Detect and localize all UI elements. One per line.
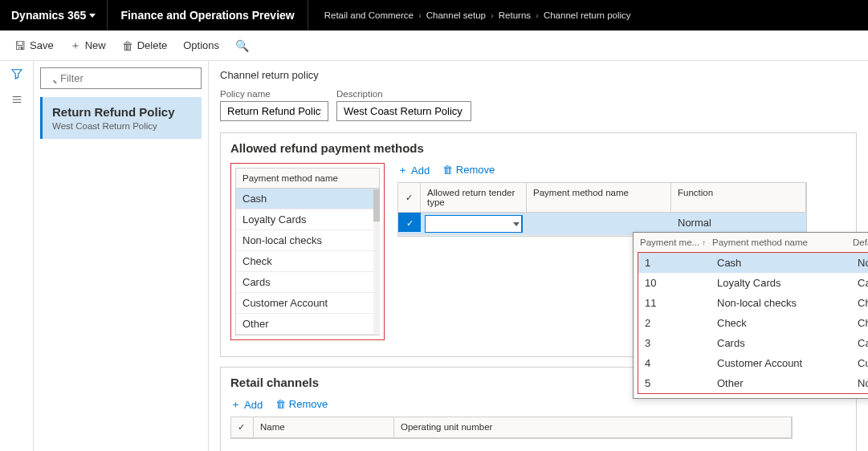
tender-grid: Allowed return tender type Payment metho… bbox=[397, 182, 807, 237]
list-item[interactable]: Cash bbox=[236, 189, 379, 209]
chevron-right-icon: › bbox=[491, 10, 494, 20]
row-checkbox[interactable] bbox=[398, 213, 421, 232]
header-form: Policy name Description bbox=[220, 89, 857, 121]
brand-menu[interactable]: Dynamics 365 bbox=[0, 0, 108, 30]
filter-rail-button[interactable] bbox=[0, 61, 33, 87]
description-input[interactable] bbox=[336, 101, 471, 121]
lookup-row[interactable]: 2CheckCheck bbox=[638, 313, 868, 333]
retail-grid: Name Operating unit number bbox=[230, 416, 793, 439]
remove-label: Remove bbox=[456, 164, 495, 176]
filter-wrap bbox=[40, 67, 202, 89]
select-all-checkbox[interactable] bbox=[398, 183, 421, 212]
lookup-row[interactable]: 3CardsCard bbox=[638, 333, 868, 353]
lookup-header: Payment me... Payment method name Defaul… bbox=[634, 233, 868, 252]
page-title: Channel return policy bbox=[220, 69, 857, 81]
col-header-name[interactable]: Name bbox=[254, 417, 394, 437]
list-item[interactable]: Other bbox=[236, 314, 379, 335]
col-header-pmn[interactable]: Payment method name bbox=[527, 183, 671, 212]
tender-actions: ＋Add 🗑Remove bbox=[397, 163, 846, 177]
funnel-icon bbox=[11, 68, 22, 79]
policy-name-field: Policy name bbox=[220, 89, 328, 121]
save-label: Save bbox=[30, 39, 54, 51]
add-label: Add bbox=[411, 165, 430, 177]
list-item[interactable]: Non-local checks bbox=[236, 230, 379, 251]
app-title: Finance and Operations Preview bbox=[108, 0, 308, 30]
list-rail-button[interactable] bbox=[0, 87, 33, 112]
tender-lookup-popup: Payment me... Payment method name Defaul… bbox=[633, 232, 868, 399]
filter-input[interactable] bbox=[40, 67, 202, 89]
scrollbar[interactable] bbox=[373, 189, 380, 335]
trash-icon: 🗑 bbox=[442, 164, 453, 176]
tender-cell bbox=[421, 213, 527, 235]
breadcrumb-item[interactable]: Returns bbox=[499, 10, 531, 20]
delete-button[interactable]: 🗑 Delete bbox=[116, 36, 174, 55]
chevron-down-icon bbox=[89, 14, 96, 18]
trash-icon: 🗑 bbox=[122, 39, 133, 52]
chevron-down-icon bbox=[513, 222, 520, 226]
allowed-refund-title: Allowed refund payment methods bbox=[230, 141, 846, 155]
save-button[interactable]: 🖫 Save bbox=[8, 36, 60, 55]
check-icon bbox=[405, 193, 413, 203]
plus-icon: ＋ bbox=[70, 39, 81, 53]
payment-method-list-box: Payment method name Cash Loyalty Cards N… bbox=[230, 163, 385, 340]
retail-actions: ＋Add 🗑Remove bbox=[230, 397, 846, 412]
lookup-col-fn[interactable]: Default function bbox=[853, 238, 868, 247]
lookup-row[interactable]: 10Loyalty CardsCard bbox=[638, 273, 868, 293]
list-item[interactable]: Loyalty Cards bbox=[236, 209, 379, 230]
breadcrumb-item[interactable]: Retail and Commerce bbox=[324, 10, 414, 20]
scrollbar-thumb[interactable] bbox=[373, 189, 380, 221]
record-card[interactable]: Return Refund Policy West Coast Return P… bbox=[40, 97, 202, 139]
lookup-row[interactable]: 5OtherNormal bbox=[638, 373, 868, 393]
action-toolbar: 🖫 Save ＋ New 🗑 Delete Options 🔍 bbox=[0, 30, 868, 61]
options-label: Options bbox=[183, 39, 219, 51]
breadcrumb-item[interactable]: Channel return policy bbox=[544, 10, 631, 20]
new-button[interactable]: ＋ New bbox=[63, 35, 112, 56]
add-label: Add bbox=[244, 399, 263, 411]
new-label: New bbox=[85, 39, 106, 51]
add-channel-button[interactable]: ＋Add bbox=[230, 397, 263, 412]
list-item[interactable]: Cards bbox=[236, 272, 379, 293]
lookup-row[interactable]: 4Customer AccountCustomer bbox=[638, 353, 868, 373]
list-item[interactable]: Check bbox=[236, 251, 379, 272]
brand-label: Dynamics 365 bbox=[11, 9, 86, 22]
record-sidebar: Return Refund Policy West Coast Return P… bbox=[34, 61, 209, 451]
check-icon bbox=[406, 217, 414, 229]
search-button[interactable]: 🔍 bbox=[229, 36, 255, 55]
payment-method-list: Payment method name Cash Loyalty Cards N… bbox=[235, 168, 380, 335]
trash-icon: 🗑 bbox=[275, 398, 286, 410]
lookup-row[interactable]: 1CashNormal bbox=[638, 253, 868, 273]
breadcrumb-item[interactable]: Channel setup bbox=[426, 10, 486, 20]
description-label: Description bbox=[336, 89, 471, 99]
list-item[interactable]: Customer Account bbox=[236, 293, 379, 314]
main-area: Return Refund Policy West Coast Return P… bbox=[0, 61, 868, 451]
options-button[interactable]: Options bbox=[177, 36, 226, 55]
delete-label: Delete bbox=[137, 39, 168, 51]
description-field: Description bbox=[336, 89, 471, 121]
plus-icon: ＋ bbox=[230, 397, 241, 412]
record-card-title: Return Refund Policy bbox=[52, 105, 192, 119]
select-all-checkbox[interactable] bbox=[231, 417, 254, 437]
remove-channel-button[interactable]: 🗑Remove bbox=[275, 398, 328, 410]
policy-name-input[interactable] bbox=[220, 101, 328, 121]
lookup-col-name[interactable]: Payment method name bbox=[712, 238, 853, 247]
record-card-subtitle: West Coast Return Policy bbox=[52, 121, 192, 131]
policy-name-label: Policy name bbox=[220, 89, 328, 99]
list-icon bbox=[11, 94, 22, 105]
retail-grid-header: Name Operating unit number bbox=[231, 417, 792, 438]
remove-tender-button[interactable]: 🗑Remove bbox=[442, 164, 495, 176]
lookup-row[interactable]: 11Non-local checksCheck bbox=[638, 293, 868, 313]
left-rail bbox=[0, 61, 34, 451]
lookup-col-num[interactable]: Payment me... bbox=[640, 238, 712, 247]
add-tender-button[interactable]: ＋Add bbox=[397, 163, 430, 177]
check-icon bbox=[238, 422, 245, 432]
chevron-right-icon: › bbox=[418, 10, 422, 20]
tender-dropdown[interactable] bbox=[425, 215, 523, 233]
chevron-right-icon: › bbox=[536, 10, 539, 20]
save-icon: 🖫 bbox=[14, 39, 26, 52]
plus-icon: ＋ bbox=[397, 163, 408, 177]
search-icon: 🔍 bbox=[235, 39, 249, 52]
payment-method-header[interactable]: Payment method name bbox=[236, 169, 379, 189]
col-header-op[interactable]: Operating unit number bbox=[394, 417, 792, 437]
col-header-tender[interactable]: Allowed return tender type bbox=[421, 183, 527, 212]
col-header-fn[interactable]: Function bbox=[671, 183, 806, 212]
